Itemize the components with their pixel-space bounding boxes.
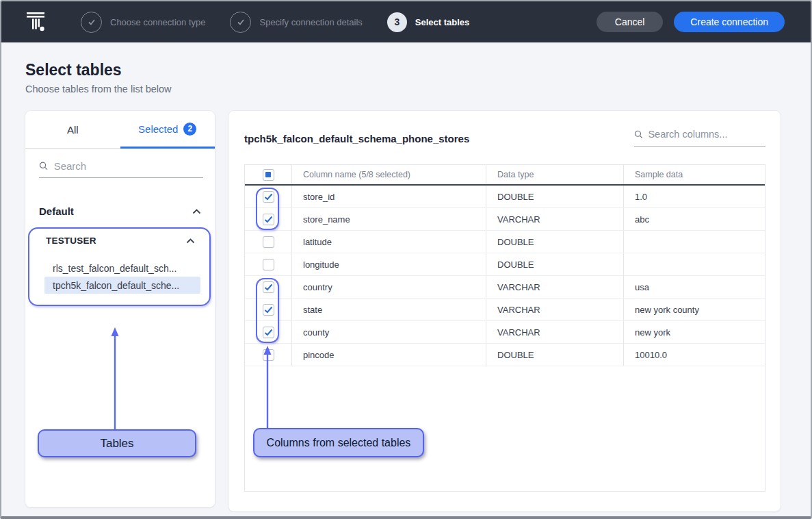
row-checkbox[interactable] <box>263 327 274 338</box>
data-type-cell: DOUBLE <box>486 231 623 253</box>
sample-data-cell: 10010.0 <box>623 344 765 366</box>
data-type-cell: DOUBLE <box>486 253 623 275</box>
step-label: Choose connection type <box>110 17 205 27</box>
row-checkbox[interactable] <box>263 191 274 203</box>
navbar-actions: Cancel Create connection <box>597 12 785 32</box>
step-specify-connection-details[interactable]: Specify connection details <box>230 12 362 33</box>
data-type-cell: VARCHAR <box>486 321 623 343</box>
schema-label: TESTUSER <box>46 236 96 246</box>
group-default-row[interactable]: Default <box>39 205 201 217</box>
indeterminate-icon <box>265 172 271 177</box>
step-select-tables[interactable]: 3 Select tables <box>387 12 470 32</box>
step-done-icon <box>230 12 251 33</box>
step-number-badge: 3 <box>387 12 407 32</box>
search-icon <box>39 161 49 171</box>
row-checkbox[interactable] <box>263 281 274 293</box>
group-label: Default <box>39 205 74 217</box>
step-done-icon <box>81 12 102 33</box>
row-checkbox[interactable] <box>263 259 274 270</box>
chevron-up-icon <box>186 238 195 244</box>
check-icon <box>264 329 273 336</box>
table-row: store_name VARCHAR abc <box>245 208 765 231</box>
tab-all[interactable]: All <box>25 111 120 148</box>
data-type-cell: VARCHAR <box>486 276 623 298</box>
create-connection-button[interactable]: Create connection <box>674 12 785 32</box>
app-window: Choose connection type Specify connectio… <box>0 0 812 519</box>
tables-search <box>39 160 203 178</box>
check-icon <box>264 193 273 201</box>
page-subtitle: Choose tables from the list below <box>25 84 172 94</box>
tab-selected-label: Selected <box>138 123 178 135</box>
chevron-up-icon <box>192 209 201 214</box>
table-row: country VARCHAR usa <box>245 276 765 299</box>
select-all-checkbox[interactable] <box>263 169 274 181</box>
sample-data-cell <box>623 231 765 253</box>
column-name-cell: latitude <box>291 231 486 253</box>
step-label: Select tables <box>415 17 470 27</box>
sample-data-cell: new york county <box>623 299 765 320</box>
data-type-cell: DOUBLE <box>486 186 623 207</box>
check-icon <box>264 283 273 291</box>
columns-table-header: Column name (5/8 selected) Data type Sam… <box>245 165 765 186</box>
data-type-cell: DOUBLE <box>486 344 623 366</box>
selected-table-title: tpch5k_falcon_default_schema_phone_store… <box>244 133 469 144</box>
callout-tables: Tables <box>38 429 196 457</box>
table-row: state VARCHAR new york county <box>245 299 765 321</box>
check-icon <box>264 306 273 314</box>
columns-search <box>634 129 765 147</box>
column-name-cell: store_name <box>291 208 486 230</box>
table-list-item[interactable]: rls_test_falcon_default_sch... <box>44 260 200 277</box>
row-checkbox[interactable] <box>263 214 274 225</box>
data-type-cell: VARCHAR <box>486 208 623 230</box>
columns-table-body: store_id DOUBLE 1.0 store_name VARCHAR a… <box>245 186 765 366</box>
row-checkbox[interactable] <box>263 236 274 248</box>
table-row: store_id DOUBLE 1.0 <box>245 186 765 208</box>
column-name-cell: state <box>291 299 486 320</box>
column-name-cell: store_id <box>291 186 486 207</box>
columns-search-input[interactable] <box>648 129 765 140</box>
table-row: county VARCHAR new york <box>245 321 765 344</box>
column-name-cell: county <box>291 321 486 343</box>
row-checkbox[interactable] <box>263 304 274 316</box>
row-checkbox[interactable] <box>263 349 274 361</box>
schema-testuser-row[interactable]: TESTUSER <box>46 236 195 246</box>
search-icon <box>634 129 643 140</box>
table-row: longitude DOUBLE <box>245 253 765 276</box>
cancel-button[interactable]: Cancel <box>597 12 664 32</box>
top-navbar: Choose connection type Specify connectio… <box>1 1 811 42</box>
step-choose-connection-type[interactable]: Choose connection type <box>81 12 205 33</box>
column-name-cell: pincode <box>291 344 486 366</box>
tab-selected[interactable]: Selected 2 <box>120 111 215 149</box>
header-column-name: Column name (5/8 selected) <box>291 165 486 184</box>
table-row: latitude DOUBLE <box>245 231 765 253</box>
thoughtspot-logo <box>26 11 47 33</box>
sample-data-cell: 1.0 <box>623 186 765 207</box>
step-label: Specify connection details <box>259 17 362 27</box>
table-list-item[interactable]: tpch5k_falcon_default_sche... <box>44 277 200 294</box>
tables-tab-bar: All Selected 2 <box>25 111 215 149</box>
sample-data-cell <box>623 253 765 275</box>
callout-columns: Columns from selected tables <box>253 428 424 457</box>
header-data-type: Data type <box>486 165 623 184</box>
data-type-cell: VARCHAR <box>486 299 623 320</box>
table-row: pincode DOUBLE 10010.0 <box>245 344 765 366</box>
sample-data-cell: usa <box>623 276 765 298</box>
check-icon <box>264 216 273 223</box>
page-title: Select tables <box>25 61 122 79</box>
sample-data-cell: abc <box>623 208 765 230</box>
header-sample-data: Sample data <box>623 165 765 184</box>
column-name-cell: longitude <box>291 253 486 275</box>
column-name-cell: country <box>291 276 486 298</box>
selected-count-badge: 2 <box>183 123 196 136</box>
sample-data-cell: new york <box>623 321 765 343</box>
tables-search-input[interactable] <box>54 160 203 172</box>
wizard-stepper: Choose connection type Specify connectio… <box>81 12 469 33</box>
